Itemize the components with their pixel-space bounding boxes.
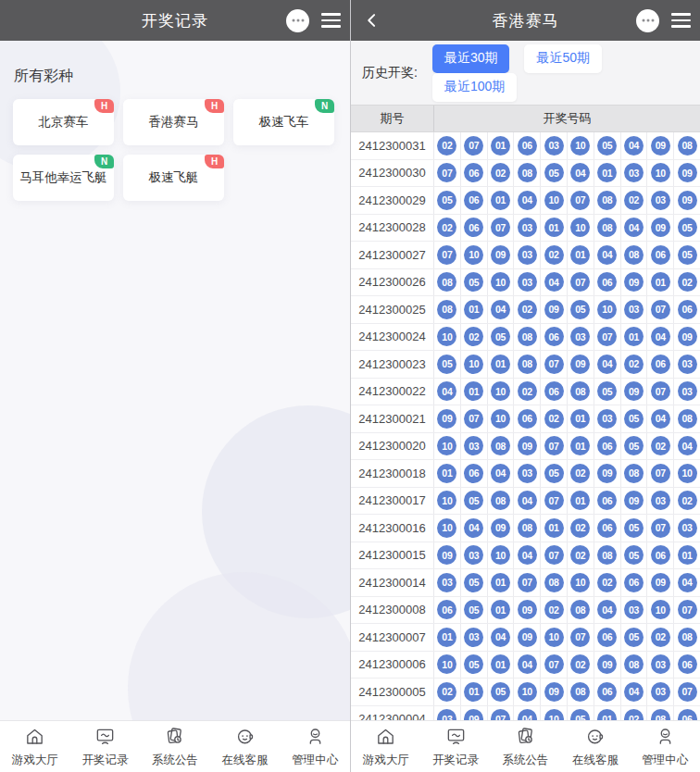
period-cell: 2412300005 [351,679,434,705]
number-ball: 10 [544,191,564,210]
chat-icon[interactable] [286,9,309,32]
number-cell: 07 [514,569,541,596]
tab-system-notice[interactable]: 系统公告 [491,721,560,772]
number-ball: 04 [624,136,644,156]
number-cell: 01 [568,405,594,432]
announcement-icon [164,726,185,751]
number-cell: 06 [647,542,674,569]
number-cell: 06 [461,215,488,242]
number-ball: 02 [624,709,644,720]
number-cell: 09 [674,324,700,351]
number-cell: 06 [541,379,568,405]
number-ball: 06 [624,573,644,592]
tab-draw-records[interactable]: 开奖记录 [70,721,141,772]
table-body: 2412300031020701060310050409082412300030… [351,132,700,720]
number-ball: 07 [651,300,670,319]
number-cell: 09 [594,460,621,487]
number-ball: 05 [624,436,644,455]
history-filter-bar: 历史开奖: 最近30期最近50期最近100期 [351,41,700,105]
menu-icon[interactable] [671,13,691,28]
results-scroll-area[interactable]: 期号 开奖号码 24123000310207010603100504090824… [351,105,700,720]
number-cell: 07 [568,187,594,214]
lottery-card-1[interactable]: 香港赛马H [123,99,224,145]
table-row: 241230000403090704100501020806 [351,706,700,721]
number-cell: 07 [541,433,568,460]
number-cell: 10 [434,515,461,542]
number-cell: 03 [514,215,541,242]
tab-label: 系统公告 [503,753,549,768]
number-cell: 03 [514,269,541,296]
number-ball: 01 [624,327,644,346]
number-ball: 10 [491,272,510,292]
tab-online-service[interactable]: 在线客服 [210,721,281,772]
number-cell: 07 [568,269,594,296]
number-ball: 08 [624,245,644,265]
number-ball: 05 [544,464,564,483]
filter-button-recent-100[interactable]: 最近100期 [432,73,517,102]
number-ball: 09 [624,272,644,292]
number-ball: 03 [518,245,537,265]
filter-button-recent-30[interactable]: 最近30期 [432,44,510,73]
number-ball: 01 [437,464,456,483]
filter-button-recent-50[interactable]: 最近50期 [524,44,602,73]
lottery-card-0[interactable]: 北京赛车H [13,99,114,145]
number-cell: 06 [594,269,621,296]
number-ball: 05 [464,600,483,619]
number-ball: 02 [624,355,644,374]
number-ball: 01 [464,300,483,319]
lottery-card-2[interactable]: 极速飞车N [233,99,334,145]
tab-online-service[interactable]: 在线客服 [560,721,630,772]
number-ball: 08 [678,628,697,647]
number-ball: 02 [651,436,670,455]
period-cell: 2412300015 [351,542,434,569]
number-cell: 08 [514,160,541,187]
number-ball: 06 [678,709,697,720]
number-ball: 09 [678,327,697,346]
number-ball: 03 [464,436,483,455]
tab-admin-center[interactable]: 管理中心 [631,721,700,772]
number-cell: 04 [514,187,541,214]
period-cell: 2412300026 [351,269,434,296]
number-cell: 10 [488,405,515,432]
number-ball: 05 [570,300,590,319]
number-ball: 03 [678,355,697,374]
number-cell: 08 [647,706,674,721]
chat-icon[interactable] [636,9,659,32]
tab-system-notice[interactable]: 系统公告 [140,721,210,772]
number-ball: 10 [518,682,537,702]
number-ball: 07 [678,600,697,619]
number-ball: 10 [491,545,510,565]
tab-draw-records[interactable]: 开奖记录 [420,721,490,772]
tab-admin-center[interactable]: 管理中心 [280,721,350,772]
number-cell: 07 [541,542,568,569]
number-ball: 04 [518,545,537,565]
number-ball: 09 [678,191,697,210]
number-cell: 05 [568,296,594,323]
number-cell: 10 [434,652,461,679]
number-cell: 01 [488,569,515,596]
back-icon[interactable] [356,0,388,41]
number-cell: 09 [621,488,648,515]
lottery-card-3[interactable]: 马耳他幸运飞艇N [13,155,114,201]
number-ball: 08 [437,300,456,319]
menu-icon[interactable] [321,13,341,28]
number-cell: 04 [647,405,674,432]
number-cell: 05 [621,515,648,542]
number-cell: 09 [461,706,488,721]
tab-game-lobby[interactable]: 游戏大厅 [0,721,70,772]
period-cell: 2412300023 [351,351,434,378]
number-ball: 06 [678,654,697,674]
badge-hot: H [205,99,224,113]
profile-icon [655,726,676,751]
lottery-card-4[interactable]: 极速飞艇H [123,155,224,201]
number-cell: 09 [594,652,621,679]
number-ball: 06 [597,518,617,538]
number-ball: 05 [437,355,456,374]
number-cell: 02 [568,652,594,679]
number-cell: 01 [488,597,515,624]
number-ball: 07 [597,327,617,346]
number-ball: 10 [464,355,483,374]
number-ball: 05 [624,628,644,647]
number-ball: 06 [464,218,483,237]
tab-game-lobby[interactable]: 游戏大厅 [351,721,420,772]
